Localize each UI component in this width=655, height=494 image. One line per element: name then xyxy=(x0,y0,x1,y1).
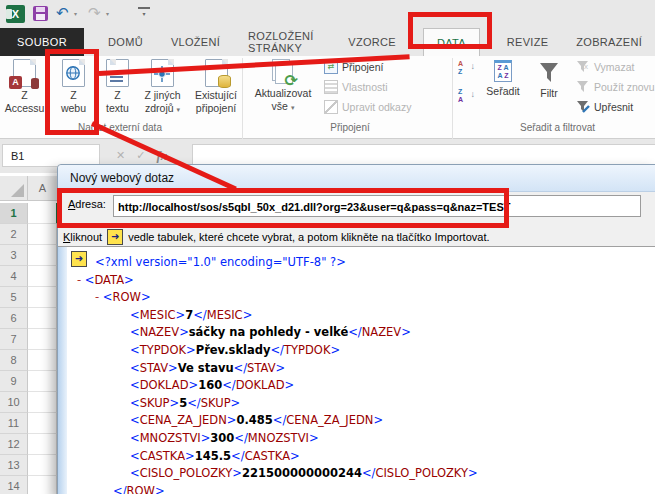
row-header-1[interactable]: 1 xyxy=(0,203,60,224)
cell-a9[interactable] xyxy=(28,371,57,392)
group-label-connections: Připojení xyxy=(270,122,430,133)
cell-a2[interactable] xyxy=(28,224,57,245)
tab-vlozeni[interactable]: VLOŽENÍ xyxy=(158,28,233,56)
dropdown-arrow-icon: ▾ xyxy=(291,104,295,111)
web-content-area: ➜ <?xml version="1.0" encoding="UTF-8" ?… xyxy=(58,246,655,494)
target-icon xyxy=(154,66,170,82)
row-header-8[interactable]: 8 xyxy=(0,350,60,371)
row-header-10[interactable]: 10 xyxy=(0,392,60,413)
row-header-12[interactable]: 12 xyxy=(0,434,60,455)
new-web-query-dialog: Nový webový dotaz Adresa: http://localho… xyxy=(57,164,655,494)
sort-za-icon[interactable]: ZA ↓ xyxy=(458,88,474,106)
undo-dropdown-icon[interactable]: ▾ xyxy=(74,10,77,17)
reapply-filter-button: Použít znovu xyxy=(576,78,655,95)
select-all-triangle-icon xyxy=(11,184,24,197)
group-label-sort-filter: Seřadit a filtrovat xyxy=(465,122,650,133)
xml-document: <?xml version="1.0" encoding="UTF-8" ?>-… xyxy=(58,254,655,494)
row-header-13[interactable]: 13 xyxy=(0,455,60,476)
tab-soubor[interactable]: SOUBOR xyxy=(0,28,84,56)
xml-line: - <ROW> xyxy=(58,289,655,307)
cell-a6[interactable] xyxy=(28,308,57,329)
cell-a14[interactable] xyxy=(28,476,57,494)
cell-a1[interactable] xyxy=(28,203,58,224)
enter-icon[interactable]: ✓ xyxy=(136,149,145,162)
row-header-3[interactable]: 3 xyxy=(0,245,60,266)
advanced-filter-button[interactable]: Upřesnit xyxy=(576,98,633,115)
connections-icon: ⇄ xyxy=(324,60,338,74)
row-header-2[interactable]: 2 xyxy=(0,224,60,245)
refresh-all-button[interactable]: ⟳ Aktualizovatvše ▾ xyxy=(248,58,318,122)
filter-button[interactable]: Filtr xyxy=(530,58,568,122)
cell-a13[interactable] xyxy=(28,455,57,476)
xml-line: <NAZEV>sáčky na pohledy - velké</NAZEV> xyxy=(58,324,655,342)
from-web-button[interactable]: Zwebu xyxy=(49,58,98,122)
cell-a12[interactable] xyxy=(28,434,57,455)
access-icon: A xyxy=(9,76,22,89)
existing-connections-button[interactable]: Existujícípřipojení xyxy=(190,58,242,122)
address-label: Adresa: xyxy=(68,198,106,210)
excel-app-icon: X xyxy=(6,5,25,23)
row-headers: 123456789101112131415 xyxy=(0,203,60,494)
redo-button[interactable]: ↷ xyxy=(88,3,101,23)
row-header-4[interactable]: 4 xyxy=(0,266,60,287)
from-other-sources-button[interactable]: Z jinýchzdrojů ▾ xyxy=(136,58,189,122)
xml-line: - <DATA> xyxy=(58,272,655,290)
table-select-arrow-icon: ➜ xyxy=(107,229,123,245)
cell-a5[interactable] xyxy=(28,287,57,308)
row-header-14[interactable]: 14 xyxy=(0,476,60,494)
connections-button[interactable]: ⇄Připojení xyxy=(324,58,383,75)
dialog-title: Nový webový dotaz xyxy=(58,165,655,192)
tab-revize[interactable]: REVIZE xyxy=(494,28,562,56)
insert-function-icon[interactable]: fx xyxy=(156,148,167,164)
text-file-icon xyxy=(106,59,129,87)
properties-button: Vlastnosti xyxy=(324,78,388,95)
tab-domu[interactable]: DOMŮ xyxy=(95,28,156,56)
file-icon xyxy=(205,59,228,87)
redo-dropdown-icon[interactable]: ▾ xyxy=(106,10,109,17)
tab-vzorce[interactable]: VZORCE xyxy=(335,28,409,56)
cell-a10[interactable] xyxy=(28,392,57,413)
save-icon[interactable] xyxy=(33,6,48,21)
row-header-11[interactable]: 11 xyxy=(0,413,60,434)
ribbon-tab-row: SOUBOR DOMŮ VLOŽENÍ ROZLOŽENÍ STRÁNKY VZ… xyxy=(0,28,655,56)
xml-line: <MESIC>7</MESIC> xyxy=(58,307,655,325)
tab-data[interactable]: DATA xyxy=(423,28,480,56)
xml-line: <CASTKA>145.5</CASTKA> xyxy=(58,448,655,466)
clear-filter-icon: x xyxy=(576,60,590,74)
tab-zobrazeni[interactable]: ZOBRAZENÍ xyxy=(563,28,655,56)
row-header-5[interactable]: 5 xyxy=(0,287,60,308)
cancel-icon[interactable]: ✕ xyxy=(116,149,125,162)
from-access-button[interactable]: A ZAccessu xyxy=(2,58,47,122)
sort-az-icon[interactable]: AZ ↓ xyxy=(458,60,474,78)
row-header-9[interactable]: 9 xyxy=(0,371,60,392)
select-all-corner[interactable] xyxy=(0,176,28,201)
row-header-6[interactable]: 6 xyxy=(0,308,60,329)
cell-a8[interactable] xyxy=(28,350,57,371)
address-input[interactable]: http://localhost/sos/s5qbl_50x_d21.dll?o… xyxy=(113,195,641,217)
xml-line: <CISLO_POLOZKY>221500000000244</CISLO_PO… xyxy=(58,465,655,483)
cell-a4[interactable] xyxy=(28,266,57,287)
cell-a7[interactable] xyxy=(28,329,57,350)
xml-line: <?xml version="1.0" encoding="UTF-8" ?> xyxy=(58,254,655,272)
xml-line: </ROW> xyxy=(58,483,655,494)
dropdown-arrow-icon: ▾ xyxy=(177,106,181,113)
cell-a3[interactable] xyxy=(28,245,57,266)
xml-line: <CENA_ZA_JEDN>0.485</CENA_ZA_JEDN> xyxy=(58,412,655,430)
file-icon: A xyxy=(13,59,36,87)
row-header-7[interactable]: 7 xyxy=(0,329,60,350)
tab-rozlozeni-stranky[interactable]: ROZLOŽENÍ STRÁNKY xyxy=(235,28,333,56)
undo-button[interactable]: ↶ xyxy=(56,3,69,23)
from-text-button[interactable]: Ztextu xyxy=(100,58,135,122)
cell-a11[interactable] xyxy=(28,413,57,434)
column-header-a[interactable]: A xyxy=(28,176,57,201)
sort-dialog-icon: Z AA Z xyxy=(480,60,526,82)
clear-filter-button: x Vymazat xyxy=(576,58,634,75)
xml-line: <DOKLAD>160</DOKLAD> xyxy=(58,377,655,395)
file-icon xyxy=(62,59,85,87)
xml-line: <SKUP>5</SKUP> xyxy=(58,395,655,413)
qat-customize-button[interactable]: ▾ xyxy=(138,7,150,21)
group-label-external-data: Načíst externí data xyxy=(20,122,220,133)
excel-x-glyph: X xyxy=(12,8,19,20)
edit-links-icon xyxy=(324,100,338,114)
sort-button[interactable]: Z AA Z Seřadit xyxy=(480,58,526,122)
